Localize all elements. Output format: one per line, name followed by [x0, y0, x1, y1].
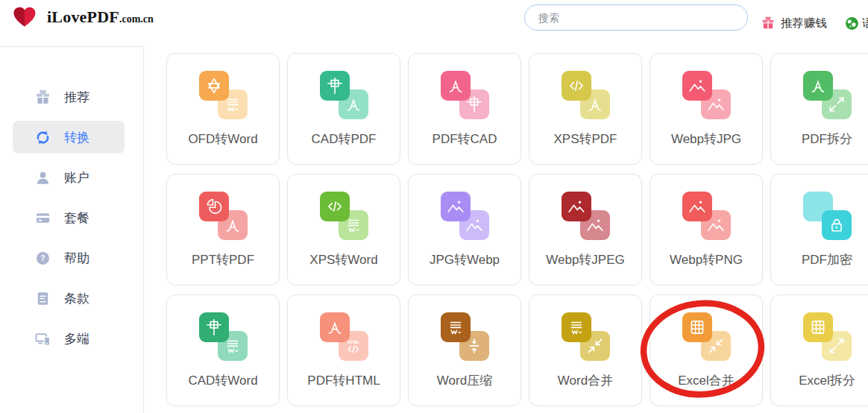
icon-front-square [441, 71, 471, 101]
tool-icon-cad-to-word [199, 312, 248, 361]
tool-card-pdf-protect[interactable]: PDF加密 [770, 174, 868, 286]
sidebar-item-plans[interactable]: 套餐 [13, 201, 125, 234]
tool-card-pdf-to-cad[interactable]: PDF转CAD [408, 53, 521, 165]
sidebar-item-label: 多端 [64, 330, 89, 347]
tool-card-label: OFD转Word [188, 130, 257, 148]
question-icon [34, 250, 51, 267]
tool-card-label: PDF加密 [802, 251, 852, 268]
sidebar-item-label: 转换 [64, 129, 89, 146]
tool-icon-word-merge [562, 312, 610, 361]
icon-front-square [803, 71, 833, 101]
user-icon [34, 169, 51, 186]
sidebar-item-recommend[interactable]: 推荐 [13, 81, 125, 113]
tool-icon-pdf-split [803, 71, 852, 119]
tool-card-label: PDF转HTML [307, 372, 380, 389]
tool-card-label: PDF拆分 [802, 130, 852, 148]
tool-card-pdf-split[interactable]: PDF拆分 [770, 53, 868, 165]
sidebar-item-help[interactable]: 帮助 [13, 242, 125, 274]
sidebar-item-convert[interactable]: 转换 [13, 121, 125, 154]
sidebar-item-label: 套餐 [64, 209, 89, 227]
credit-card-icon [34, 209, 51, 227]
tool-card-label: CAD转Word [188, 372, 257, 389]
brand-name: iLovePDF.com.cn [47, 7, 154, 27]
tool-card-pdf-to-html[interactable]: PDF转HTML [287, 294, 400, 406]
tool-card-label: PPT转PDF [192, 251, 254, 268]
tool-icon-xps-to-word [320, 192, 368, 240]
language-link[interactable]: 语言 [844, 0, 868, 46]
code-glyph-icon [325, 197, 345, 216]
icon-front-square [682, 312, 712, 342]
referral-link[interactable]: 推荐赚钱 [761, 0, 827, 46]
sidebar-item-label: 账户 [64, 169, 89, 186]
image-glyph-icon [688, 197, 707, 216]
sidebar-item-account[interactable]: 账户 [13, 161, 125, 194]
image-glyph-icon [567, 197, 586, 216]
referral-label: 推荐赚钱 [781, 16, 827, 31]
icon-front-square [199, 192, 229, 221]
tool-card-xps-to-word[interactable]: XPS转Word [287, 174, 400, 286]
tool-card-label: PDF转CAD [433, 130, 497, 148]
icon-front-square [682, 71, 712, 101]
tool-card-label: XPS转PDF [553, 130, 617, 148]
tool-icon-webp-to-jpeg [562, 192, 610, 240]
site-logo[interactable]: iLovePDF.com.cn [12, 5, 154, 28]
sidebar-item-terms[interactable]: 条款 [13, 282, 125, 315]
tool-card-label: Word压缩 [437, 372, 492, 389]
sidebar-item-label: 推荐 [64, 89, 89, 106]
tool-card-label: Webp转PNG [670, 251, 743, 268]
gift-icon [34, 89, 51, 106]
header: iLovePDF.com.cn 推荐赚钱 语言 [0, 0, 868, 46]
tool-card-jpg-to-webp[interactable]: JPG转Webp [408, 174, 521, 286]
icon-front-square [441, 312, 471, 342]
icon-front-square [822, 210, 852, 240]
word-glyph-icon [446, 318, 465, 337]
sidebar-item-multi-device[interactable]: 多端 [13, 322, 125, 355]
image-glyph-icon [688, 76, 707, 95]
tool-card-label: JPG转Webp [430, 251, 500, 268]
image-glyph-icon [446, 197, 465, 216]
tool-icon-excel-split [803, 312, 852, 361]
gift-icon [761, 16, 776, 31]
tool-icon-pdf-to-cad [441, 71, 489, 119]
tool-card-webp-to-png[interactable]: Webp转PNG [650, 174, 763, 286]
tool-icon-jpg-to-webp [441, 192, 489, 240]
icon-front-square [562, 192, 591, 221]
document-icon [34, 290, 51, 307]
code-glyph-icon [567, 76, 586, 95]
tool-icon-ofd-to-word [199, 71, 248, 119]
tool-card-label: XPS转Word [309, 251, 377, 268]
brand-text: iLovePDF [47, 7, 119, 26]
star-glyph-icon [204, 76, 224, 95]
tool-card-xps-to-pdf[interactable]: XPS转PDF [529, 53, 642, 165]
tool-card-cad-to-word[interactable]: CAD转Word [166, 294, 280, 406]
tool-card-label: Word合并 [558, 372, 613, 389]
icon-front-square [320, 71, 350, 101]
cad-glyph-icon [204, 318, 224, 337]
tool-card-webp-to-jpeg[interactable]: Webp转JPEG [529, 174, 642, 286]
tool-card-cad-to-pdf[interactable]: CAD转PDF [287, 53, 400, 165]
icon-front-square [199, 312, 229, 342]
tool-icon-excel-merge [682, 312, 731, 361]
tool-icon-xps-to-pdf [562, 71, 610, 119]
tool-icon-webp-to-jpg [682, 71, 731, 119]
word-glyph-icon [567, 318, 586, 337]
tool-card-ofd-to-word[interactable]: OFD转Word [166, 53, 280, 165]
tool-card-excel-merge[interactable]: Excel合并 [650, 294, 763, 406]
icon-front-square [562, 312, 591, 342]
pdf-glyph-icon [325, 318, 345, 337]
tool-icon-word-compress [441, 312, 489, 361]
tool-card-ppt-to-pdf[interactable]: PPT转PDF [166, 174, 280, 286]
tool-card-word-compress[interactable]: Word压缩 [408, 294, 521, 406]
tool-card-word-merge[interactable]: Word合并 [529, 294, 642, 406]
icon-front-square [320, 312, 350, 342]
icon-front-square [199, 71, 229, 101]
tool-card-webp-to-jpg[interactable]: Webp转JPG [650, 53, 763, 165]
tool-icon-pdf-protect [803, 192, 852, 240]
search-input[interactable] [524, 4, 748, 31]
icon-front-square [803, 312, 833, 342]
tools-grid: OFD转Word CAD转PDF PDF转CAD XPS转PDF Webp转JP… [166, 53, 868, 406]
tool-card-label: Webp转JPG [671, 130, 741, 148]
heart-logo-icon [12, 5, 37, 28]
tool-card-excel-split[interactable]: Excel拆分 [770, 294, 868, 406]
icon-front-square [320, 192, 350, 221]
